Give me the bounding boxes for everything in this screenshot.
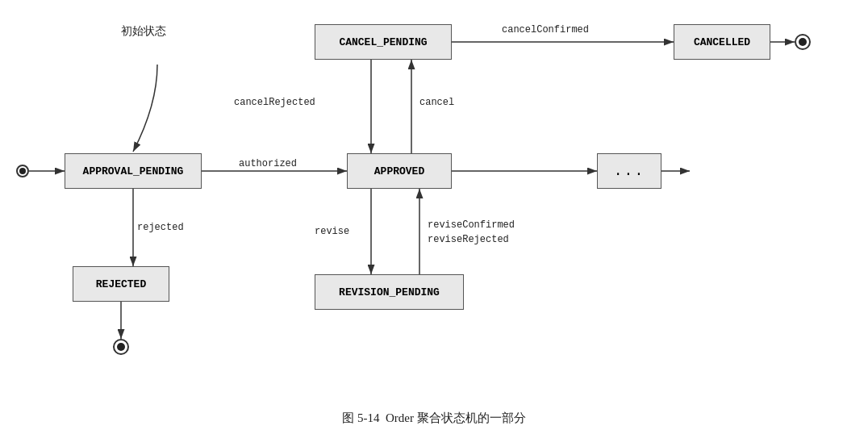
label-rejected: rejected bbox=[137, 222, 184, 233]
start-circle bbox=[16, 165, 29, 177]
state-diagram: 初始状态 APPROVAL_PENDING APPROVED CANCEL_PE… bbox=[0, 0, 868, 395]
state-revision-pending: REVISION_PENDING bbox=[315, 274, 464, 310]
state-cancelled: CANCELLED bbox=[674, 24, 770, 60]
state-approval-pending: APPROVAL_PENDING bbox=[65, 153, 202, 189]
diagram-caption: 图 5-14 Order 聚合状态机的一部分 bbox=[0, 411, 868, 426]
label-cancel-rejected: cancelRejected bbox=[234, 97, 315, 108]
state-rejected: REJECTED bbox=[73, 266, 169, 302]
label-cancel-confirmed: cancelConfirmed bbox=[502, 24, 589, 35]
label-revise: revise bbox=[315, 226, 349, 237]
end-state-cancelled bbox=[795, 34, 811, 50]
initial-state-label: 初始状态 bbox=[121, 24, 166, 39]
state-ellipsis: ... bbox=[597, 153, 661, 189]
label-revise-confirmed-rejected: reviseConfirmedreviseRejected bbox=[428, 218, 515, 247]
state-cancel-pending: CANCEL_PENDING bbox=[315, 24, 452, 60]
label-cancel: cancel bbox=[419, 97, 454, 108]
state-approved: APPROVED bbox=[347, 153, 452, 189]
label-authorized: authorized bbox=[239, 158, 297, 169]
end-state-rejected bbox=[113, 339, 129, 355]
